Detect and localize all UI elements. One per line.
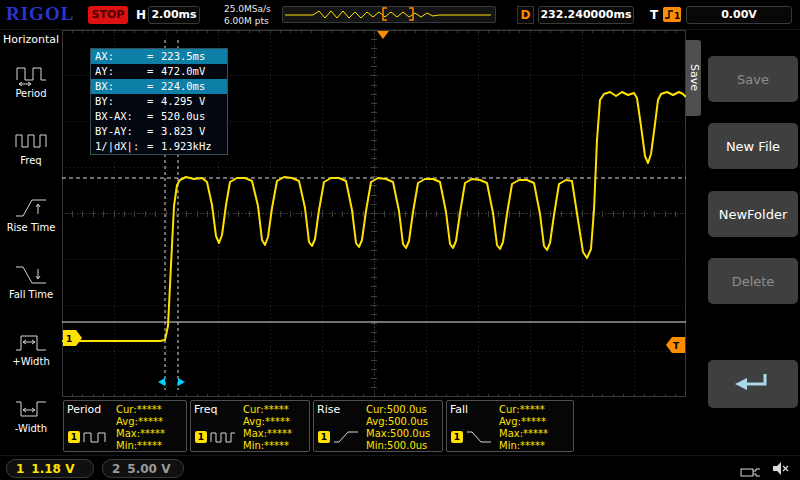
brand-logo: RIGOL bbox=[6, 3, 74, 25]
cursor-row-value: 4.295 V bbox=[161, 94, 223, 109]
channel-badge: 1 bbox=[451, 431, 463, 443]
cursor-row-label: BY: bbox=[95, 94, 147, 109]
trigger-source-icon: 1 bbox=[663, 7, 681, 22]
cursor-row-by-ay: BY-AY: = 3.823 V bbox=[91, 124, 227, 139]
measure-min: Min:***** bbox=[243, 440, 292, 452]
measure-avg: Avg:500.0us bbox=[366, 416, 430, 428]
cursor-row-label: BX-AX: bbox=[95, 109, 147, 124]
measure-values: Cur:500.0us Avg:500.0us Max:500.0us Min:… bbox=[366, 404, 430, 452]
measure-min: Min:***** bbox=[499, 440, 548, 452]
measure-panel-rise[interactable]: Rise 1 Cur:500.0us Avg:500.0us Max:500.0… bbox=[313, 400, 443, 452]
menu-item-freq[interactable]: Freq bbox=[0, 114, 62, 181]
freq-icon bbox=[14, 129, 48, 153]
measure-item-menu: Horizontal Period Freq Rise T bbox=[0, 30, 62, 455]
equals-sign: = bbox=[147, 124, 161, 139]
memory-waveform-preview bbox=[282, 6, 496, 23]
measure-max: Max:***** bbox=[116, 428, 165, 440]
cursor-row-value: 472.0mV bbox=[161, 64, 223, 79]
preview-waveform-icon bbox=[283, 7, 495, 22]
measure-panel-freq[interactable]: Freq 1 Cur:***** Avg:***** Max:***** Min… bbox=[190, 400, 310, 452]
equals-sign: = bbox=[147, 109, 161, 124]
fall-glyph-icon bbox=[466, 430, 492, 444]
measure-values: Cur:***** Avg:***** Max:***** Min:***** bbox=[116, 404, 165, 452]
measure-panel-period[interactable]: Period 1 Cur:***** Avg:***** Max:***** M… bbox=[63, 400, 187, 452]
measurement-bar: Period 1 Cur:***** Avg:***** Max:***** M… bbox=[62, 397, 686, 455]
ch1-ground-marker-label: 1 bbox=[66, 334, 72, 344]
cursor-row-label: BX: bbox=[95, 79, 147, 94]
topbar: RIGOL STOP H 2.00ms 25.0MSa/s 6.00M pts … bbox=[0, 0, 800, 30]
timebase-value[interactable]: 2.00ms bbox=[148, 6, 200, 24]
delete-button[interactable]: Delete bbox=[708, 258, 798, 304]
cursor-row-value: 1.923kHz bbox=[161, 139, 223, 154]
measure-panel-fall[interactable]: Fall 1 Cur:***** Avg:***** Max:***** Min… bbox=[446, 400, 574, 452]
menu-item-neg-width[interactable]: -Width bbox=[0, 382, 62, 449]
main-area: Horizontal Period Freq Rise T bbox=[0, 30, 800, 455]
menu-item-label: Freq bbox=[20, 155, 41, 166]
pos-width-icon bbox=[14, 330, 48, 354]
channel-badge: 1 bbox=[68, 431, 80, 443]
measure-cur: Cur:***** bbox=[499, 404, 548, 416]
scope-display: 1 T AX: = 223.5ms AY: = bbox=[62, 30, 686, 397]
ch1-status[interactable]: 1 1.18 V bbox=[6, 459, 94, 478]
measure-values: Cur:***** Avg:***** Max:***** Min:***** bbox=[243, 404, 292, 452]
period-glyph-icon bbox=[83, 430, 109, 444]
channel-badge: 1 bbox=[318, 431, 330, 443]
delay-position-marker bbox=[377, 31, 389, 39]
softkey-menu: Save Save New File NewFolder Delete bbox=[686, 30, 800, 455]
delay-label: D bbox=[517, 6, 534, 24]
menu-item-label: Fall Time bbox=[9, 289, 53, 300]
neg-width-icon bbox=[14, 397, 48, 421]
ch2-status[interactable]: 2 5.00 V bbox=[102, 459, 184, 478]
center-column: 1 T AX: = 223.5ms AY: = bbox=[62, 30, 686, 455]
cursor-row-by: BY: = 4.295 V bbox=[91, 94, 227, 109]
cursor-b-handle bbox=[178, 378, 185, 386]
cursor-row-inv-dx: 1/|dX|: = 1.923kHz bbox=[91, 139, 227, 154]
save-button[interactable]: Save bbox=[708, 56, 798, 102]
measure-min: Min:500.0us bbox=[366, 440, 430, 452]
menu-item-rise-time[interactable]: Rise Time bbox=[0, 181, 62, 248]
sample-rate: 25.0MSa/s bbox=[224, 3, 271, 15]
menu-item-label: Rise Time bbox=[7, 222, 56, 233]
fall-time-icon bbox=[14, 263, 48, 287]
freq-glyph-icon bbox=[210, 430, 236, 444]
delay-value[interactable]: 232.240000ms bbox=[538, 6, 634, 24]
period-icon bbox=[14, 62, 48, 86]
menu-item-fall-time[interactable]: Fall Time bbox=[0, 248, 62, 315]
equals-sign: = bbox=[147, 64, 161, 79]
new-folder-button[interactable]: NewFolder bbox=[708, 191, 798, 237]
cursor-row-ay: AY: = 472.0mV bbox=[91, 64, 227, 79]
memory-depth: 6.00M pts bbox=[224, 15, 271, 27]
ch1-scale: 1.18 V bbox=[31, 462, 74, 476]
measure-cur: Cur:500.0us bbox=[366, 404, 430, 416]
measure-cur: Cur:***** bbox=[116, 404, 165, 416]
menu-item-period[interactable]: Period bbox=[0, 47, 62, 114]
trigger-label: T bbox=[650, 8, 658, 22]
measure-cur: Cur:***** bbox=[243, 404, 292, 416]
return-arrow-icon bbox=[731, 370, 775, 398]
measure-max: Max:***** bbox=[243, 428, 292, 440]
trigger-source-channel: 1 bbox=[674, 11, 680, 21]
trigger-level-value[interactable]: 0.00V bbox=[686, 6, 792, 24]
cursor-row-bx: BX: = 224.0ms bbox=[91, 79, 227, 94]
cursor-row-label: AY: bbox=[95, 64, 147, 79]
trigger-level-marker-label: T bbox=[673, 341, 680, 351]
equals-sign: = bbox=[147, 139, 161, 154]
back-button[interactable] bbox=[708, 360, 798, 408]
measure-max: Max:500.0us bbox=[366, 428, 430, 440]
new-file-button[interactable]: New File bbox=[708, 123, 798, 169]
equals-sign: = bbox=[147, 94, 161, 109]
statusbar: 1 1.18 V 2 5.00 V bbox=[0, 455, 800, 480]
oscilloscope-screen: RIGOL STOP H 2.00ms 25.0MSa/s 6.00M pts … bbox=[0, 0, 800, 480]
cursor-row-value: 3.823 V bbox=[161, 124, 223, 139]
cursor-row-label: 1/|dX|: bbox=[95, 139, 147, 154]
menu-item-label: Period bbox=[15, 88, 46, 99]
menu-item-pos-width[interactable]: +Width bbox=[0, 315, 62, 382]
channel-badge: 1 bbox=[195, 431, 207, 443]
ch2-scale: 5.00 V bbox=[127, 462, 170, 476]
cursor-row-label: AX: bbox=[95, 49, 147, 64]
cursor-row-value: 520.0us bbox=[161, 109, 223, 124]
measure-avg: Avg:***** bbox=[499, 416, 548, 428]
cursor-row-value: 223.5ms bbox=[161, 49, 223, 64]
measure-max: Max:***** bbox=[499, 428, 548, 440]
menu-item-label: -Width bbox=[15, 423, 47, 434]
